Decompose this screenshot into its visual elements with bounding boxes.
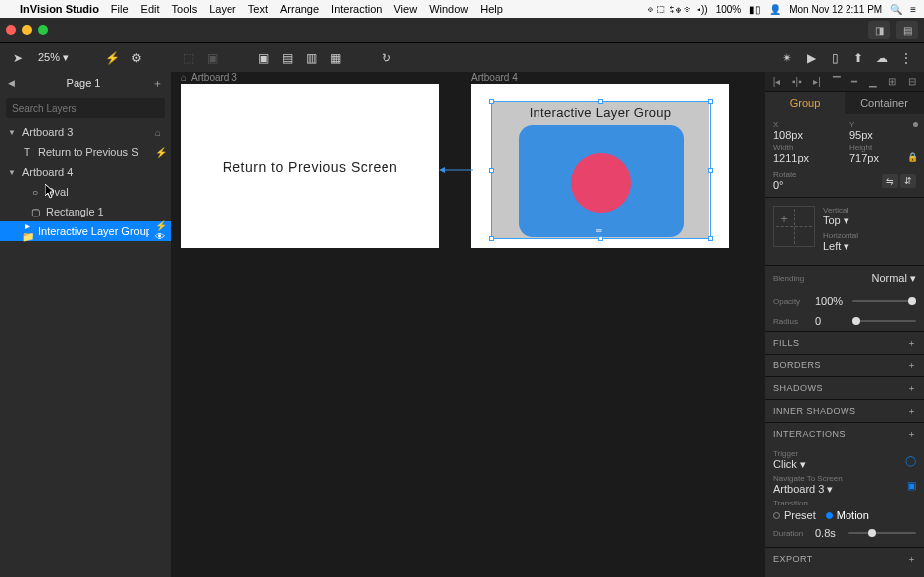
align-mid-icon[interactable]: ▤ bbox=[279, 50, 295, 66]
page-back-icon[interactable]: ◀ bbox=[8, 78, 15, 88]
tab-group[interactable]: Group bbox=[765, 92, 845, 114]
section-innershadows[interactable]: INNER SHADOWS＋ bbox=[765, 400, 924, 422]
menu-file[interactable]: File bbox=[111, 3, 129, 15]
menu-interaction[interactable]: Interaction bbox=[331, 3, 382, 15]
section-fills[interactable]: FILLS＋ bbox=[765, 332, 924, 354]
plus-icon[interactable]: ＋ bbox=[907, 382, 917, 395]
trigger-select[interactable]: Click ▾ bbox=[773, 458, 806, 471]
tree-row-return-text[interactable]: T Return to Previous S ⚡ bbox=[0, 142, 171, 162]
align-top-icon[interactable]: ▣ bbox=[255, 50, 271, 66]
page-name[interactable]: Page 1 bbox=[15, 77, 152, 89]
flip-v-icon[interactable]: ⇵ bbox=[900, 174, 916, 188]
section-interactions[interactable]: INTERACTIONS＋ bbox=[765, 423, 924, 445]
tree-row-interactive-group[interactable]: ▸ 📁 Interactive Layer Group ⚡ 👁 bbox=[0, 221, 171, 241]
opacity-input[interactable]: 100% bbox=[815, 295, 845, 307]
align-m-icon[interactable]: ━ bbox=[851, 76, 857, 87]
pin-widget[interactable]: ＋ bbox=[773, 206, 815, 247]
tree-row-oval[interactable]: ○ Oval bbox=[0, 182, 171, 202]
tab-container[interactable]: Container bbox=[845, 92, 924, 114]
search-layers-input[interactable]: Search Layers bbox=[6, 98, 165, 118]
plus-icon[interactable]: ＋ bbox=[907, 428, 917, 441]
menu-view[interactable]: View bbox=[393, 3, 417, 15]
horiz-select[interactable]: Left ▾ bbox=[823, 240, 916, 253]
opacity-slider[interactable] bbox=[852, 300, 916, 302]
align-b-icon[interactable]: ▁ bbox=[869, 76, 877, 87]
plus-icon[interactable]: ＋ bbox=[907, 553, 917, 566]
align-group-icon[interactable]: ▦ bbox=[327, 50, 343, 66]
radio-motion[interactable]: Motion bbox=[826, 509, 869, 521]
circle-icon[interactable]: ◯ bbox=[905, 455, 916, 466]
preview-ptr-icon[interactable]: ✴ bbox=[779, 50, 795, 66]
artboard-label-3[interactable]: ⌂ Artboard 3 bbox=[181, 72, 237, 83]
section-borders[interactable]: BORDERS＋ bbox=[765, 355, 924, 376]
user-icon[interactable]: 👤 bbox=[769, 4, 781, 15]
section-shadows[interactable]: SHADOWS＋ bbox=[765, 377, 924, 399]
upload-icon[interactable]: ⬆ bbox=[850, 50, 866, 66]
height-input[interactable]: 717px bbox=[849, 152, 916, 164]
gear-icon[interactable]: ⚙ bbox=[128, 50, 144, 66]
blend-select[interactable]: Normal ▾ bbox=[871, 272, 916, 285]
section-export[interactable]: EXPORT＋ bbox=[765, 548, 924, 570]
x-input[interactable]: 108px bbox=[773, 129, 840, 141]
menu-icon[interactable]: ≡ bbox=[910, 4, 916, 15]
add-page-icon[interactable]: ＋ bbox=[152, 76, 163, 91]
radius-slider[interactable] bbox=[852, 320, 916, 322]
plus-icon[interactable]: ＋ bbox=[907, 360, 917, 372]
align-r-icon[interactable]: ▸| bbox=[813, 76, 821, 87]
app-name[interactable]: InVision Studio bbox=[20, 3, 99, 15]
tree-row-artboard3[interactable]: ▼ Artboard 3 ⌂ bbox=[0, 122, 171, 142]
panel-toggle-library[interactable]: ▤ bbox=[896, 21, 918, 39]
align-t-icon[interactable]: ▔ bbox=[833, 76, 841, 87]
bolt-icon[interactable]: ⚡ bbox=[104, 50, 120, 66]
dist-h-icon[interactable]: ⊞ bbox=[888, 76, 896, 87]
refresh-icon[interactable]: ↻ bbox=[379, 50, 394, 66]
plus-icon[interactable]: ＋ bbox=[907, 405, 917, 418]
pointer-tool-icon[interactable]: ➤ bbox=[10, 50, 26, 66]
status-icons: ◎ ⬚ ⇆ ⊕ ᯤ ◂)) bbox=[648, 4, 708, 15]
tree-row-rectangle[interactable]: ▢ Rectangle 1 bbox=[0, 202, 171, 221]
folder-icon: ▸ 📁 bbox=[22, 220, 32, 242]
home-icon[interactable]: ⌂ bbox=[155, 127, 171, 138]
bolt-eye-icon[interactable]: ⚡ 👁 bbox=[155, 220, 171, 242]
menu-layer[interactable]: Layer bbox=[209, 3, 236, 15]
align-l-icon[interactable]: |◂ bbox=[773, 76, 781, 87]
artboard-3[interactable]: Return to Previous Screen bbox=[181, 84, 439, 248]
dist-v-icon[interactable]: ⊟ bbox=[908, 76, 916, 87]
panel-toggle-layers[interactable]: ◨ bbox=[868, 21, 890, 39]
spotlight-icon[interactable]: 🔍 bbox=[890, 4, 902, 15]
canvas[interactable]: ⌂ Artboard 3 Return to Previous Screen A… bbox=[171, 72, 765, 577]
artboard-label-4[interactable]: Artboard 4 bbox=[471, 72, 518, 83]
bolt-icon[interactable]: ⚡ bbox=[155, 147, 171, 158]
y-input[interactable]: 95px bbox=[849, 129, 916, 141]
device-icon[interactable]: ▯ bbox=[827, 50, 843, 66]
play-icon[interactable]: ▶ bbox=[803, 50, 819, 66]
selection-box[interactable] bbox=[491, 101, 711, 239]
flip-h-icon[interactable]: ⇋ bbox=[882, 174, 898, 188]
menu-window[interactable]: Window bbox=[429, 3, 468, 15]
duration-input[interactable]: 0.8s bbox=[815, 527, 841, 539]
vert-select[interactable]: Top ▾ bbox=[823, 215, 916, 227]
width-input[interactable]: 1211px bbox=[773, 152, 840, 164]
menu-arrange[interactable]: Arrange bbox=[280, 3, 319, 15]
more-icon[interactable]: ⋮ bbox=[898, 50, 914, 66]
align-c-icon[interactable]: ▪|▪ bbox=[792, 76, 802, 87]
align-bot-icon[interactable]: ▥ bbox=[303, 50, 319, 66]
tree-row-artboard4[interactable]: ▼ Artboard 4 bbox=[0, 162, 171, 182]
menu-help[interactable]: Help bbox=[480, 3, 503, 15]
duration-slider[interactable] bbox=[848, 532, 916, 534]
menu-text[interactable]: Text bbox=[248, 3, 268, 15]
lock-icon[interactable]: 🔒 bbox=[907, 152, 918, 162]
screen-icon[interactable]: ▣ bbox=[907, 480, 916, 491]
zoom-level[interactable]: 25% ▾ bbox=[38, 51, 69, 64]
radio-preset[interactable]: Preset bbox=[773, 509, 816, 521]
caret-down-icon[interactable]: ▼ bbox=[8, 168, 16, 177]
traffic-lights[interactable] bbox=[6, 25, 48, 35]
plus-icon[interactable]: ＋ bbox=[907, 337, 917, 350]
menu-tools[interactable]: Tools bbox=[172, 3, 198, 15]
radius-input[interactable]: 0 bbox=[815, 315, 845, 327]
caret-down-icon[interactable]: ▼ bbox=[8, 128, 16, 137]
nav-select[interactable]: Artboard 3 ▾ bbox=[773, 483, 843, 496]
cloud-icon[interactable]: ☁ bbox=[874, 50, 890, 66]
rotate-input[interactable]: 0° bbox=[773, 179, 797, 191]
menu-edit[interactable]: Edit bbox=[141, 3, 160, 15]
